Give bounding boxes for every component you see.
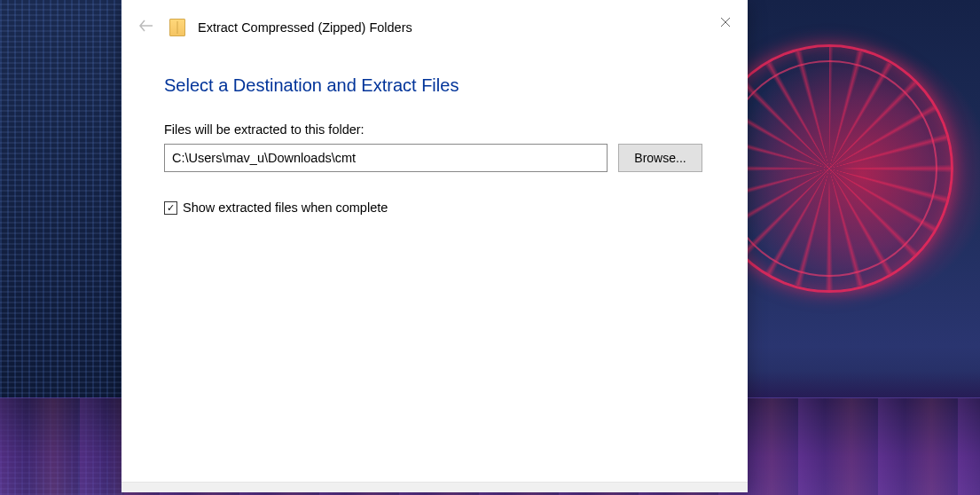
back-arrow-icon [139, 20, 153, 32]
dialog-content: Select a Destination and Extract Files F… [122, 47, 748, 482]
show-files-checkbox[interactable]: ✓ [164, 201, 177, 215]
dialog-heading: Select a Destination and Extract Files [164, 75, 705, 96]
path-label: Files will be extracted to this folder: [164, 122, 705, 137]
dialog-title: Extract Compressed (Zipped) Folders [198, 20, 412, 35]
extract-dialog: Extract Compressed (Zipped) Folders Sele… [122, 0, 748, 492]
close-icon [720, 17, 731, 28]
back-button[interactable] [136, 16, 157, 38]
dialog-footer [122, 482, 748, 492]
browse-button[interactable]: Browse... [618, 144, 702, 172]
dialog-header: Extract Compressed (Zipped) Folders [122, 0, 748, 47]
show-files-option: ✓ Show extracted files when complete [164, 200, 705, 215]
zip-folder-icon [169, 19, 185, 36]
close-button[interactable] [712, 9, 739, 35]
path-input-row: Browse... [164, 144, 705, 172]
destination-path-input[interactable] [164, 144, 608, 172]
show-files-label[interactable]: Show extracted files when complete [183, 200, 388, 215]
